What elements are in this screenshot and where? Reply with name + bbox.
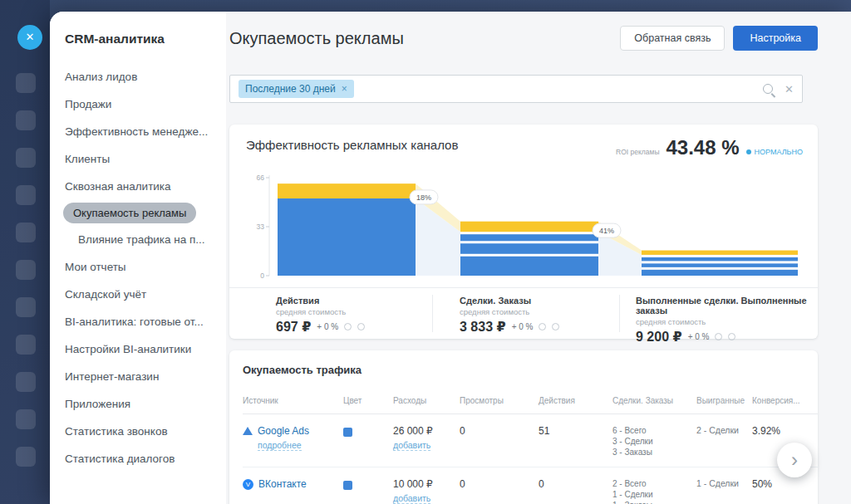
source-cell: Google Ads подробнее <box>243 425 343 452</box>
status-dot-icon <box>746 149 751 154</box>
sidebar-item-inventory[interactable]: Складской учёт <box>50 281 226 308</box>
sidebar-item-bi-settings[interactable]: Настройки BI-аналитики <box>50 335 226 363</box>
won-value: 2 - Сделки <box>696 425 752 435</box>
sidebar-item-online-store[interactable]: Интернет-магазин <box>50 363 226 390</box>
stat-delta: + 0 % <box>688 332 710 341</box>
divider <box>619 295 620 332</box>
stat-subtitle: средняя стоимость <box>276 307 365 316</box>
roi-label: ROI рекламы <box>616 148 659 156</box>
channel-color-swatch <box>343 428 352 437</box>
deals-cell: 2 - Всего 1 - Сделки 1 - Заказы <box>612 478 696 504</box>
channel-color-swatch <box>343 481 352 490</box>
funnel-chart-svg: 6633018%41% <box>239 171 808 282</box>
stat-deals-orders: Сделки. Заказы средняя стоимость 3 833 ₽… <box>460 296 559 335</box>
expenses-value: 10 000 ₽ <box>393 478 460 490</box>
expenses-value: 26 000 ₽ <box>393 425 460 437</box>
traffic-table: Источник Цвет Расходы Просмотры Действия… <box>243 391 818 504</box>
roi-value: 43.48 % <box>667 136 740 159</box>
chip-remove-icon[interactable]: × <box>342 83 347 95</box>
stat-subtitle: средняя стоимость <box>636 317 818 326</box>
rail-app-icon <box>16 409 36 429</box>
rail-app-icon <box>16 110 36 130</box>
sidebar-item-traffic-influence[interactable]: Влияние трафика на п... <box>50 226 226 253</box>
rail-app-icon <box>16 223 36 242</box>
stat-title: Выполненные сделки. Выполненные заказы <box>636 296 818 316</box>
traffic-card-title: Окупаемость трафика <box>243 364 818 376</box>
sidebar-item-dialog-statistics[interactable]: Статистика диалогов <box>50 445 226 472</box>
deals-cell: 6 - Всего 3 - Сделки 3 - Заказы <box>612 425 696 458</box>
col-views: Просмотры <box>460 391 539 413</box>
source-link[interactable]: ВКонтакте <box>258 478 307 490</box>
sidebar-item-end-to-end-analytics[interactable]: Сквозная аналитика <box>50 173 226 200</box>
sidebar-item-sales[interactable]: Продажи <box>50 91 226 118</box>
svg-text:18%: 18% <box>416 193 431 202</box>
col-conversion: Конверсия... <box>752 391 818 413</box>
actions-value: 0 <box>539 478 612 490</box>
sidebar-item-call-statistics[interactable]: Статистика звонков <box>50 418 226 445</box>
sidebar-item-ad-payback-selected[interactable]: Окупаемость рекламы <box>63 203 196 223</box>
details-link[interactable]: подробнее <box>258 440 302 451</box>
svg-text:0: 0 <box>260 272 264 280</box>
main-panel: CRM-аналитика Анализ лидов Продажи Эффек… <box>50 12 851 504</box>
rail-app-icon <box>16 335 36 355</box>
actions-value: 51 <box>539 425 612 437</box>
sidebar-item-lead-analysis[interactable]: Анализ лидов <box>50 63 226 91</box>
stat-title: Действия <box>276 296 365 306</box>
page-header: Окупаемость рекламы Обратная связь Настр… <box>229 12 818 65</box>
info-icon[interactable] <box>344 323 352 330</box>
clear-filter-icon[interactable]: ✕ <box>785 83 794 95</box>
add-expenses-link[interactable]: добавить <box>393 493 430 504</box>
stat-title: Сделки. Заказы <box>460 296 559 306</box>
scroll-right-button[interactable]: › <box>777 443 812 477</box>
filter-chip-label: Последние 30 дней <box>245 83 336 95</box>
col-actions: Действия <box>539 391 612 413</box>
info-icon[interactable] <box>715 333 722 340</box>
svg-text:41%: 41% <box>599 227 614 235</box>
stat-actions: Действия средняя стоимость 697 ₽ + 0 % <box>276 296 365 335</box>
feedback-button[interactable]: Обратная связь <box>620 26 725 51</box>
stat-delta: + 0 % <box>317 322 338 331</box>
rail-app-icon <box>16 148 36 168</box>
rail-app-icon <box>16 372 36 392</box>
table-row-vkontakte: V ВКонтакте 10 000 ₽ добавить 0 0 2 - Вс… <box>243 467 818 504</box>
divider <box>432 295 433 332</box>
settings-button[interactable]: Настройка <box>733 26 818 51</box>
help-icon[interactable] <box>357 323 365 330</box>
source-link[interactable]: Google Ads <box>258 425 309 437</box>
col-expenses: Расходы <box>393 391 460 413</box>
content-area: Окупаемость рекламы Обратная связь Настр… <box>226 12 851 504</box>
sidebar-title: CRM-аналитика <box>50 32 226 46</box>
table-header-row: Источник Цвет Расходы Просмотры Действия… <box>243 391 818 414</box>
add-expenses-link[interactable]: добавить <box>393 440 430 451</box>
stat-subtitle: средняя стоимость <box>460 307 559 316</box>
filter-chip-last-30-days[interactable]: Последние 30 дней × <box>239 80 354 98</box>
sidebar-item-my-reports[interactable]: Мои отчеты <box>50 253 226 281</box>
dimmed-app-rail <box>0 0 50 504</box>
traffic-payback-card: Окупаемость трафика Источник Цвет Расход… <box>229 350 818 504</box>
sidebar-item-clients[interactable]: Клиенты <box>50 145 226 173</box>
views-value: 0 <box>460 425 539 437</box>
sidebar-item-applications[interactable]: Приложения <box>50 390 226 418</box>
google-ads-icon <box>243 427 253 435</box>
stat-delta: + 0 % <box>512 322 534 331</box>
info-icon[interactable] <box>539 323 546 330</box>
source-cell: V ВКонтакте <box>243 478 343 490</box>
col-color: Цвет <box>343 391 393 413</box>
roi-status-label: НОРМАЛЬНО <box>755 148 803 156</box>
help-icon[interactable] <box>728 333 735 340</box>
ad-channels-efficiency-card: Эффективность рекламных каналов ROI рекл… <box>229 125 818 339</box>
filter-search-bar[interactable]: Последние 30 дней × ✕ <box>229 75 803 103</box>
help-icon[interactable] <box>552 323 559 330</box>
close-slider-button[interactable]: ✕ <box>17 25 42 50</box>
col-source: Источник <box>243 391 343 413</box>
search-icon[interactable] <box>763 84 773 94</box>
funnel-card-title: Эффективность рекламных каналов <box>246 138 458 152</box>
stat-completed-deals: Выполненные сделки. Выполненные заказы с… <box>636 296 818 345</box>
rail-app-icon <box>16 260 36 280</box>
sidebar-nav: Анализ лидов Продажи Эффективность менед… <box>50 63 226 472</box>
roi-status-badge: НОРМАЛЬНО <box>746 148 803 156</box>
sidebar-item-manager-efficiency[interactable]: Эффективность менедже... <box>50 118 226 145</box>
conversion-value: 50% <box>752 478 818 490</box>
sidebar-item-bi-analytics-reports[interactable]: BI-аналитика: готовые от... <box>50 308 226 335</box>
stat-value: 9 200 ₽ <box>636 329 682 345</box>
